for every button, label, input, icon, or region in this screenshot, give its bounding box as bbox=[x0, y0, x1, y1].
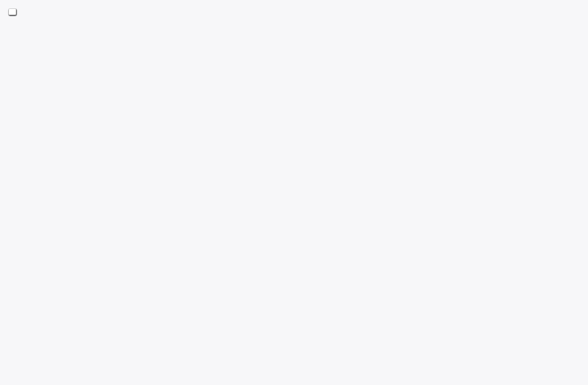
tree-container bbox=[0, 0, 588, 385]
connector-lines bbox=[0, 0, 588, 385]
node-vehicles bbox=[9, 9, 16, 15]
